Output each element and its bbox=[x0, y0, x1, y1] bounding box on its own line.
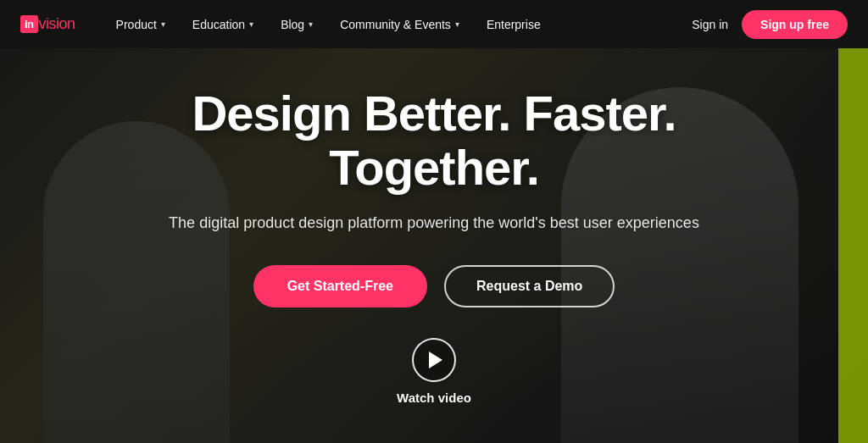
nav-label-blog: Blog bbox=[281, 18, 304, 31]
nav-label-education: Education bbox=[192, 18, 245, 31]
chevron-down-icon: ▾ bbox=[309, 19, 313, 29]
nav-item-blog[interactable]: Blog ▾ bbox=[267, 0, 326, 48]
nav-item-community[interactable]: Community & Events ▾ bbox=[326, 0, 473, 48]
get-started-button[interactable]: Get Started-Free bbox=[253, 265, 427, 307]
watch-video-button[interactable]: Watch video bbox=[137, 338, 731, 405]
logo-text: vision bbox=[39, 15, 75, 33]
navbar: in vision Product ▾ Education ▾ Blog ▾ C… bbox=[0, 0, 868, 48]
hero-section: Design Better. Faster. Together. The dig… bbox=[0, 48, 868, 443]
request-demo-button[interactable]: Request a Demo bbox=[444, 265, 615, 307]
nav-label-product: Product bbox=[116, 18, 157, 31]
watch-video-label: Watch video bbox=[397, 390, 471, 405]
accent-bar bbox=[838, 48, 868, 443]
sign-in-link[interactable]: Sign in bbox=[692, 18, 728, 31]
nav-item-product[interactable]: Product ▾ bbox=[103, 0, 179, 48]
nav-item-education[interactable]: Education ▾ bbox=[179, 0, 267, 48]
nav-item-enterprise[interactable]: Enterprise bbox=[473, 0, 554, 48]
nav-links: Product ▾ Education ▾ Blog ▾ Community &… bbox=[103, 0, 693, 48]
logo-badge: in bbox=[20, 15, 38, 33]
play-icon bbox=[429, 352, 442, 368]
hero-title: Design Better. Faster. Together. bbox=[137, 86, 731, 195]
hero-buttons: Get Started-Free Request a Demo bbox=[137, 265, 731, 307]
play-circle bbox=[412, 338, 456, 382]
nav-label-enterprise: Enterprise bbox=[487, 18, 541, 31]
nav-right: Sign in Sign up free bbox=[692, 10, 848, 39]
hero-content: Design Better. Faster. Together. The dig… bbox=[103, 86, 765, 405]
chevron-down-icon: ▾ bbox=[249, 19, 253, 29]
nav-label-community: Community & Events bbox=[340, 18, 451, 31]
hero-subtitle: The digital product design platform powe… bbox=[137, 212, 731, 235]
chevron-down-icon: ▾ bbox=[455, 19, 459, 29]
sign-up-button[interactable]: Sign up free bbox=[742, 10, 848, 39]
logo[interactable]: in vision bbox=[20, 15, 75, 33]
chevron-down-icon: ▾ bbox=[161, 19, 165, 29]
